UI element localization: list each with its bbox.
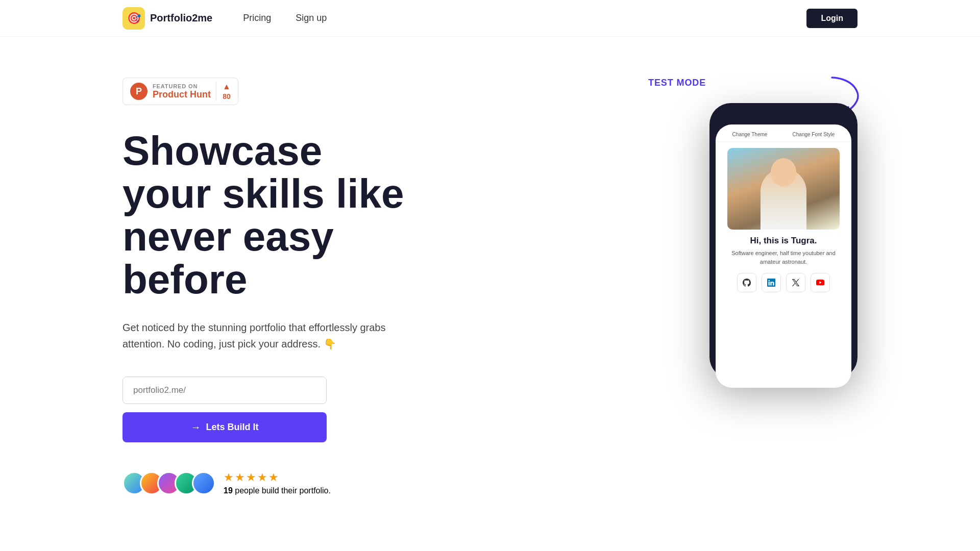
ph-logo: P <box>130 83 148 100</box>
phone-mockup: Change Theme Change Font Style Hi, this <box>709 103 857 379</box>
ph-vote-count: 80 <box>223 92 231 101</box>
review-count: 19 <box>224 486 233 495</box>
phone-content: Hi, this is Tugra. Software engineer, ha… <box>716 142 851 388</box>
nav-signup[interactable]: Sign up <box>296 13 327 23</box>
review-suffix: people build their portfolio. <box>233 486 331 495</box>
cta-container: → Lets Build It <box>122 377 480 442</box>
phone-socials <box>737 273 830 292</box>
avatar-group <box>122 471 215 495</box>
social-proof: ★★★★★ 19 people build their portfolio. <box>122 471 480 495</box>
build-button[interactable]: → Lets Build It <box>122 412 327 442</box>
url-input[interactable] <box>122 377 327 404</box>
change-font-btn[interactable]: Change Font Style <box>793 132 835 137</box>
star-rating: ★★★★★ <box>224 471 331 484</box>
nav-pricing[interactable]: Pricing <box>243 13 271 23</box>
phone-screen: Change Theme Change Font Style Hi, this <box>716 124 851 388</box>
ph-featured-label: FEATURED ON <box>153 83 211 89</box>
nav-links: Pricing Sign up <box>243 13 806 23</box>
hero-subtext: Get noticed by the stunning portfolio th… <box>122 319 388 352</box>
change-theme-btn[interactable]: Change Theme <box>732 132 768 137</box>
cta-label: Lets Build It <box>206 422 259 433</box>
ph-upvote-icon: ▲ <box>223 82 231 91</box>
ph-text: FEATURED ON Product Hunt <box>153 83 211 100</box>
ph-votes-block: ▲ 80 <box>216 82 231 101</box>
twitter-x-icon[interactable] <box>786 273 805 292</box>
phone-section: TEST MODE Change Theme Change Font Style <box>709 78 857 379</box>
phone-profile-name: Hi, this is Tugra. <box>750 236 817 246</box>
profile-photo <box>727 148 840 230</box>
github-icon[interactable] <box>737 273 756 292</box>
avatar <box>192 471 215 495</box>
stars-review: ★★★★★ 19 people build their portfolio. <box>224 471 331 495</box>
linkedin-icon[interactable] <box>762 273 781 292</box>
phone-top-bar: Change Theme Change Font Style <box>716 124 851 142</box>
review-text: 19 people build their portfolio. <box>224 486 331 495</box>
phone-frame: Change Theme Change Font Style Hi, this <box>709 103 857 379</box>
ph-name-label: Product Hunt <box>153 89 211 100</box>
navbar: 🎯 Portfolio2me Pricing Sign up Login <box>0 0 980 37</box>
login-button[interactable]: Login <box>806 9 857 28</box>
main-content: P FEATURED ON Product Hunt ▲ 80 Showcase… <box>0 37 980 495</box>
hero-heading: Showcase your skills like never easy bef… <box>122 130 480 301</box>
phone-notch <box>758 109 809 120</box>
logo-icon: 🎯 <box>122 7 145 30</box>
youtube-icon[interactable] <box>811 273 830 292</box>
logo[interactable]: 🎯 Portfolio2me <box>122 7 212 30</box>
product-hunt-badge[interactable]: P FEATURED ON Product Hunt ▲ 80 <box>122 78 238 105</box>
cta-arrow-icon: → <box>191 421 201 433</box>
hero-left: P FEATURED ON Product Hunt ▲ 80 Showcase… <box>122 78 480 495</box>
logo-text: Portfolio2me <box>150 12 212 24</box>
phone-profile-bio: Software engineer, half time youtuber an… <box>722 249 845 266</box>
test-mode-label: TEST MODE <box>648 78 706 88</box>
